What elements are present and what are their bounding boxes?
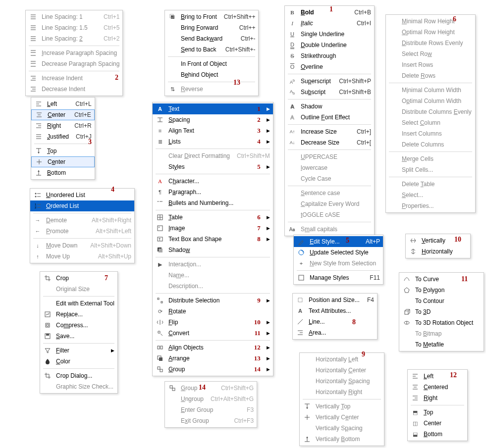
item-m_format-26[interactable]: Align Objects12▶ [153, 342, 273, 353]
item-m_text-13[interactable]: A↑Increase SizeCtrl+] [285, 126, 374, 137]
item-m_format-12[interactable]: Table6▶ [153, 212, 273, 223]
item-m_group-2: Enter GroupF3 [165, 404, 257, 415]
item-m_arrange-3[interactable]: Send to BackCtrl+Shift+- [165, 44, 258, 55]
item-m_image-5[interactable]: Compress... [40, 320, 117, 331]
item-m_text-8[interactable]: AbSubscriptCtrl+Shift+B [285, 87, 374, 98]
item-m_halign-3[interactable]: JustifiedCtrl+J [31, 131, 95, 142]
item-m_text-4[interactable]: SStrikethrough [285, 50, 374, 61]
item-m_image-6[interactable]: Save... [40, 331, 117, 342]
item-m_dist-2: Horizontally Spacing [300, 376, 384, 387]
item-m_alignobj-0[interactable]: Left [408, 371, 467, 382]
item-m_styles-1[interactable]: Update Selected Style [294, 247, 383, 258]
item-m_text-14[interactable]: A↓Decrease SizeCtrl+[ [285, 137, 374, 148]
item-m_text-1[interactable]: IItalicCtrl+I [285, 18, 374, 29]
item-m_halign-5[interactable]: Top [31, 146, 95, 156]
item-m_format-15[interactable]: Shadow [153, 245, 273, 255]
item-m_format-1[interactable]: Spacing2▶ [153, 114, 273, 125]
item-m_text-17: lowercase [285, 162, 374, 173]
im-icon [156, 224, 164, 233]
item-m_format-9[interactable]: ¶Paragraph... [153, 187, 273, 198]
item-m_format-22[interactable]: ⟳Rotate [153, 306, 273, 317]
item-m_text-11[interactable]: AOutline Font Effect [285, 112, 374, 123]
item-m_halign-0[interactable]: LeftCtrl+L [31, 99, 95, 109]
item-m_image-8[interactable]: Filter▶ [40, 345, 117, 356]
item-m_format-10[interactable]: Bullets and Numbering... [153, 198, 273, 208]
item-m_format-21[interactable]: Distribute Selection9▶ [153, 295, 273, 306]
item-m_alignobj-5[interactable]: ◫Center [408, 418, 467, 429]
submenu-arrow-icon: ▶ [267, 215, 270, 220]
svg-rect-24 [160, 369, 162, 372]
item-m_format-3[interactable]: ≣Lists4▶ [153, 136, 273, 147]
item-m_lists-3: →DemoteAlt+Shift+Right [30, 215, 134, 226]
item-m_text-7[interactable]: AbSuperscriptCtrl+Shift+P [285, 76, 374, 87]
item-m_conv-6[interactable]: To Metafile [399, 339, 484, 350]
item-m_conv-3[interactable]: To 3D [399, 306, 484, 317]
item-m_dist-8: Vertically Bottom [300, 434, 384, 445]
item-m_halign-7[interactable]: Bottom [31, 167, 95, 178]
item-m_alignobj-1[interactable]: Centered [408, 382, 467, 393]
item-m_format-24[interactable]: Convert11▶ [153, 328, 273, 339]
annotation-11: 11 [254, 329, 260, 337]
item-m_conv-1[interactable]: To Polygon [399, 285, 484, 296]
item-m_shape-1[interactable]: AText Attributes... [293, 305, 377, 316]
label: Move Down [46, 242, 83, 249]
label: Line Spacing: 1 [42, 13, 97, 20]
lsp-icon [29, 23, 38, 32]
ar-icon [34, 121, 43, 130]
item-m_image-3[interactable]: Edit with External Tool [40, 298, 117, 309]
blank-icon [402, 329, 411, 338]
item-m_halign-2[interactable]: RightCtrl+R [31, 120, 95, 131]
item-m_conv-0[interactable]: To Curve [399, 274, 484, 285]
item-m_halign-6[interactable]: Center [31, 156, 95, 167]
item-m_shape-2[interactable]: Line... [293, 316, 377, 327]
item-m_text-10[interactable]: AShadow [285, 101, 374, 112]
vt-icon [303, 402, 312, 411]
item-m_lists-0[interactable]: Unordered List [30, 190, 134, 200]
item-m_flip-1[interactable]: Horizontally [406, 246, 470, 257]
shortcut: F4 [367, 297, 374, 303]
item-m_image-4[interactable]: Replace... [40, 309, 117, 320]
item-m_alignobj-4[interactable]: ⬒Top [408, 407, 467, 418]
label: Outline Font Effect [301, 114, 371, 121]
separator [29, 46, 119, 46]
item-m_alignobj-2[interactable]: Right [408, 393, 467, 403]
item-m_image-9[interactable]: Color [40, 356, 117, 367]
label: In Front of Object [181, 60, 255, 67]
separator [156, 340, 270, 341]
separator [389, 83, 472, 83]
item-m_text-2[interactable]: USingle Underline [285, 29, 374, 40]
item-m_shape-0[interactable]: Position and Size...F4 [293, 295, 377, 305]
item-m_arrange-6[interactable]: Behind Object [165, 69, 258, 80]
item-m_format-13[interactable]: Image7▶ [153, 223, 273, 234]
item-m_arrange-1[interactable]: Bring ForwardCtrl++ [165, 22, 258, 33]
item-m_image-11[interactable]: Crop Dialog... [40, 370, 117, 381]
al-icon [411, 372, 420, 381]
label: Single Underline [301, 31, 371, 38]
item-m_conv-4[interactable]: To 3D Rotation Object [399, 317, 484, 328]
item-m_arrange-5[interactable]: In Front of Object [165, 58, 258, 69]
item-m_format-23[interactable]: Flip10▶ [153, 317, 273, 328]
item-m_format-2[interactable]: ≡Align Text3▶ [153, 125, 273, 136]
item-m_arrange-2[interactable]: Send BackwardCtrl+- [165, 33, 258, 44]
item-m_styles-4[interactable]: Manage StylesF11 [294, 272, 383, 283]
tb-icon [156, 213, 164, 222]
item-m_styles-0[interactable]: Edit Style...Alt+P [294, 236, 383, 247]
item-m_format-28[interactable]: Group14▶ [153, 364, 273, 375]
item-m_format-14[interactable]: TText Box and Shape8▶ [153, 234, 273, 245]
label: Description... [168, 283, 270, 290]
item-m_text-5[interactable]: OOverline [285, 61, 374, 72]
svg-rect-17 [158, 298, 159, 299]
item-m_halign-1[interactable]: CenterCtrl+E [31, 109, 95, 120]
item-m_format-0[interactable]: AText1▶ [153, 103, 273, 114]
item-m_conv-2[interactable]: To Contour [399, 296, 484, 306]
item-m_lists-1[interactable]: 12Ordered List [30, 200, 134, 211]
item-m_shape-3[interactable]: Area... [293, 327, 377, 338]
item-m_arrange-0[interactable]: Bring to FrontCtrl+Shift++ [165, 11, 258, 22]
label: Save... [56, 333, 114, 340]
item-m_format-8[interactable]: ACharacter... [153, 176, 273, 187]
item-m_alignobj-6[interactable]: ⬓Bottom [408, 429, 467, 440]
item-m_text-3[interactable]: DDouble Underline [285, 40, 374, 50]
item-m_format-6[interactable]: Styles5▶ [153, 161, 273, 172]
label: Select... [402, 192, 472, 199]
item-m_format-27[interactable]: Arrange13▶ [153, 353, 273, 364]
